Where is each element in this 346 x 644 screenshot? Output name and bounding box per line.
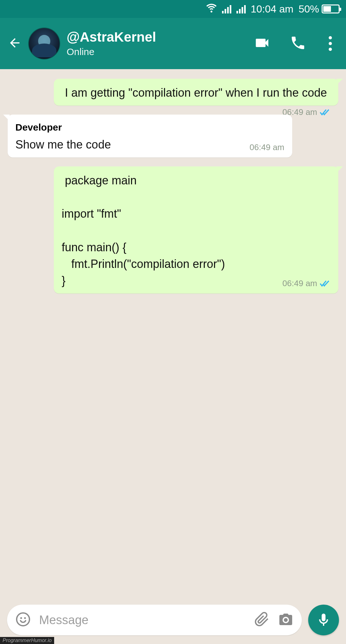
voice-call-button[interactable] (290, 35, 306, 52)
battery-percent: 50% (299, 3, 319, 15)
message-body: Show me the code (15, 138, 111, 151)
message-out[interactable]: package main import "fmt" func main() { … (54, 166, 338, 294)
attach-button[interactable] (254, 612, 270, 628)
header-text[interactable]: @AstraKernel Online (67, 30, 247, 57)
mic-button[interactable] (308, 605, 339, 635)
svg-point-1 (20, 617, 22, 619)
message-body: I am getting "compilation error" when I … (62, 86, 327, 99)
status-bar: 10:04 am 50% (0, 0, 346, 18)
back-button[interactable] (8, 36, 22, 51)
signal-icon-1 (222, 4, 231, 13)
emoji-button[interactable] (15, 612, 31, 628)
message-meta: 06:49 am (283, 278, 331, 290)
chat-header: @AstraKernel Online (0, 18, 346, 69)
message-meta: 06:49 am (250, 141, 284, 154)
message-input[interactable] (39, 613, 246, 627)
wifi-icon (206, 2, 217, 16)
chat-area: I am getting "compilation error" when I … (0, 69, 346, 602)
read-receipt-icon (320, 280, 331, 287)
avatar[interactable] (28, 28, 60, 60)
svg-point-2 (24, 617, 26, 619)
message-time: 06:49 am (283, 278, 317, 290)
contact-status: Online (67, 46, 247, 57)
message-out[interactable]: I am getting "compilation error" when I … (54, 79, 338, 106)
message-sender: Developer (15, 120, 284, 134)
battery-indicator: 50% (299, 3, 340, 15)
camera-button[interactable] (278, 612, 293, 628)
svg-point-0 (17, 613, 29, 626)
more-menu-button[interactable] (325, 36, 335, 51)
watermark: ProgrammerHumor.io (0, 637, 54, 644)
signal-icon-2 (236, 4, 246, 13)
video-call-button[interactable] (254, 35, 270, 52)
message-in[interactable]: Developer Show me the code 06:49 am (8, 115, 292, 157)
message-body: package main import "fmt" func main() { … (62, 174, 225, 287)
contact-name: @AstraKernel (67, 30, 247, 44)
message-time: 06:49 am (250, 141, 284, 154)
status-time: 10:04 am (251, 3, 293, 15)
message-input-container (7, 605, 302, 635)
read-receipt-icon (320, 109, 331, 116)
battery-icon (322, 4, 340, 13)
